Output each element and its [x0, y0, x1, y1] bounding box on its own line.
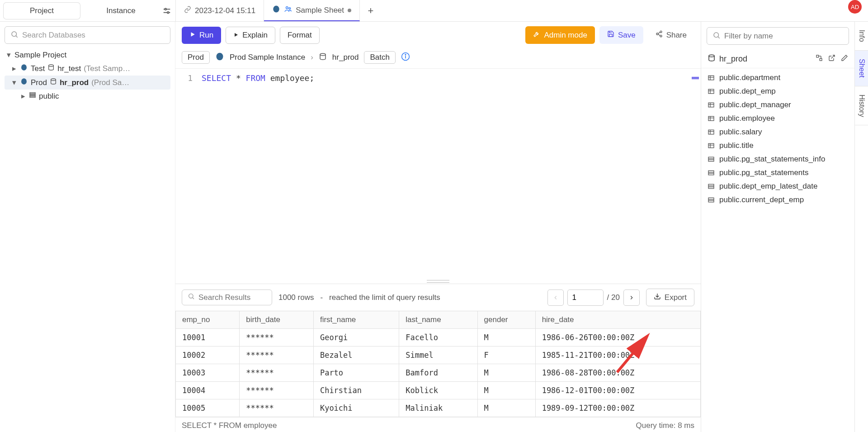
- svg-line-21: [658, 32, 660, 33]
- svg-point-6: [289, 8, 291, 9]
- svg-rect-41: [708, 76, 714, 80]
- side-tab-info[interactable]: Info: [855, 22, 868, 51]
- table-row[interactable]: 10004******ChirstianKoblickM1986-12-01T0…: [176, 382, 701, 399]
- page-input[interactable]: [567, 290, 604, 306]
- svg-point-20: [660, 35, 662, 37]
- new-tab-button[interactable]: +: [360, 0, 382, 21]
- filter-tables[interactable]: [707, 27, 849, 45]
- wrench-icon: [533, 30, 540, 40]
- doc-tab-1[interactable]: Sample Sheet: [264, 0, 360, 21]
- search-icon: [10, 30, 19, 40]
- search-databases-input[interactable]: [22, 31, 165, 40]
- column-header[interactable]: birth_date: [240, 311, 314, 329]
- avatar[interactable]: AD: [848, 0, 862, 14]
- breadcrumb: Prod Prod Sample Instance › hr_prod Batc…: [175, 48, 701, 68]
- edit-icon[interactable]: [841, 54, 848, 64]
- side-tab-sheet[interactable]: Sheet: [855, 51, 868, 86]
- table-cell: ******: [240, 364, 314, 382]
- table-row[interactable]: 10002******BezalelSimmelF1985-11-21T00:0…: [176, 347, 701, 364]
- search-icon: [188, 293, 195, 302]
- svg-point-23: [216, 52, 223, 60]
- table-cell: 10001: [176, 329, 240, 347]
- schema-table-item[interactable]: public.department: [701, 71, 854, 85]
- svg-rect-53: [708, 130, 714, 134]
- page-total: / 20: [607, 293, 620, 302]
- table-row[interactable]: 10003******PartoBamfordM1986-08-28T00:00…: [176, 364, 701, 382]
- schema-view-item[interactable]: public.pg_stat_statements: [701, 166, 854, 180]
- column-header[interactable]: last_name: [399, 311, 477, 329]
- code-content[interactable]: SELECT * FROM employee;: [198, 69, 314, 279]
- batch-chip[interactable]: Batch: [364, 51, 395, 64]
- tree-node-prod[interactable]: ▾ Prod hr_prod (Prod Sa…: [5, 76, 170, 90]
- admin-mode-button[interactable]: Admin mode: [525, 26, 594, 44]
- table-cell: M: [477, 329, 535, 347]
- svg-rect-62: [708, 171, 714, 175]
- schema-table-item[interactable]: public.salary: [701, 125, 854, 139]
- filter-tables-input[interactable]: [724, 32, 843, 41]
- center-panel: Run Explain Format Admin mode Save: [175, 22, 701, 432]
- play-outline-icon: [233, 31, 239, 40]
- tree-node-test[interactable]: ▸ Test hr_test (Test Samp…: [5, 62, 170, 76]
- table-cell: ******: [240, 382, 314, 399]
- tree-node-schema[interactable]: ▸ public: [5, 90, 170, 103]
- statusbar: SELECT * FROM employee Query time: 8 ms: [175, 417, 701, 432]
- column-header[interactable]: emp_no: [176, 311, 240, 329]
- run-button[interactable]: Run: [182, 27, 221, 44]
- sql-editor[interactable]: 1 SELECT * FROM employee;: [175, 68, 701, 279]
- next-page-button[interactable]: [623, 290, 640, 306]
- column-header[interactable]: hire_date: [535, 311, 700, 329]
- info-icon[interactable]: [401, 52, 410, 63]
- tab-project[interactable]: Project: [4, 3, 80, 19]
- schema-table-item[interactable]: public.dept_manager: [701, 98, 854, 112]
- column-header[interactable]: first_name: [313, 311, 399, 329]
- results-sep: -: [320, 293, 323, 302]
- search-databases[interactable]: [5, 26, 170, 44]
- crumb-db[interactable]: hr_prod: [332, 53, 359, 62]
- schema-view-item[interactable]: public.dept_emp_latest_date: [701, 180, 854, 193]
- open-external-icon[interactable]: [828, 54, 835, 64]
- table-row[interactable]: 10001******GeorgiFacelloM1986-06-26T00:0…: [176, 329, 701, 347]
- search-icon: [712, 31, 721, 41]
- prev-page-button[interactable]: [547, 290, 564, 306]
- caret-right-icon: ▸: [11, 64, 17, 73]
- button-label: Explain: [242, 31, 268, 40]
- button-label: Admin mode: [544, 31, 587, 40]
- share-button[interactable]: Share: [648, 26, 694, 44]
- search-results-input[interactable]: [198, 293, 266, 302]
- tree-project-root[interactable]: ▾ Sample Project: [5, 48, 170, 62]
- side-tab-history[interactable]: History: [855, 86, 868, 126]
- table-cell: Bamford: [399, 364, 477, 382]
- svg-point-7: [12, 32, 17, 37]
- line-gutter: 1: [175, 69, 198, 279]
- svg-marker-17: [235, 33, 238, 37]
- doc-tab-0[interactable]: 2023-12-04 15:11: [176, 0, 264, 21]
- results-table-wrap[interactable]: emp_nobirth_datefirst_namelast_namegende…: [175, 311, 701, 417]
- format-button[interactable]: Format: [280, 27, 320, 44]
- svg-line-34: [718, 37, 720, 38]
- tab-instance[interactable]: Instance: [83, 3, 159, 19]
- horizontal-splitter[interactable]: [175, 279, 701, 284]
- schema-item-label: public.salary: [719, 128, 762, 137]
- explain-button[interactable]: Explain: [226, 27, 275, 44]
- settings-icon[interactable]: [162, 6, 172, 16]
- table-cell: Simmel: [399, 347, 477, 364]
- crumb-instance[interactable]: Prod Sample Instance: [230, 53, 305, 62]
- search-results[interactable]: [182, 290, 272, 305]
- topbar: Project Instance 2023-12-04 15:11 Sam: [0, 0, 868, 22]
- export-button[interactable]: Export: [646, 289, 694, 306]
- table-row[interactable]: 10005******KyoichiMaliniakM1989-09-12T00…: [176, 399, 701, 417]
- save-button[interactable]: Save: [599, 26, 643, 44]
- svg-rect-47: [708, 103, 714, 107]
- collapse-indicator-icon[interactable]: [692, 77, 699, 79]
- save-icon: [607, 30, 614, 40]
- schema-table-item[interactable]: public.employee: [701, 112, 854, 125]
- schema-view-item[interactable]: public.current_dept_emp: [701, 193, 854, 207]
- svg-point-19: [656, 33, 658, 35]
- schema-table-item[interactable]: public.dept_emp: [701, 85, 854, 98]
- schema-view-item[interactable]: public.pg_stat_statements_info: [701, 152, 854, 166]
- table-cell: 1986-06-26T00:00:00Z: [535, 329, 700, 347]
- env-chip[interactable]: Prod: [182, 51, 210, 64]
- link-db-icon[interactable]: [816, 54, 823, 64]
- schema-table-item[interactable]: public.title: [701, 139, 854, 152]
- column-header[interactable]: gender: [477, 311, 535, 329]
